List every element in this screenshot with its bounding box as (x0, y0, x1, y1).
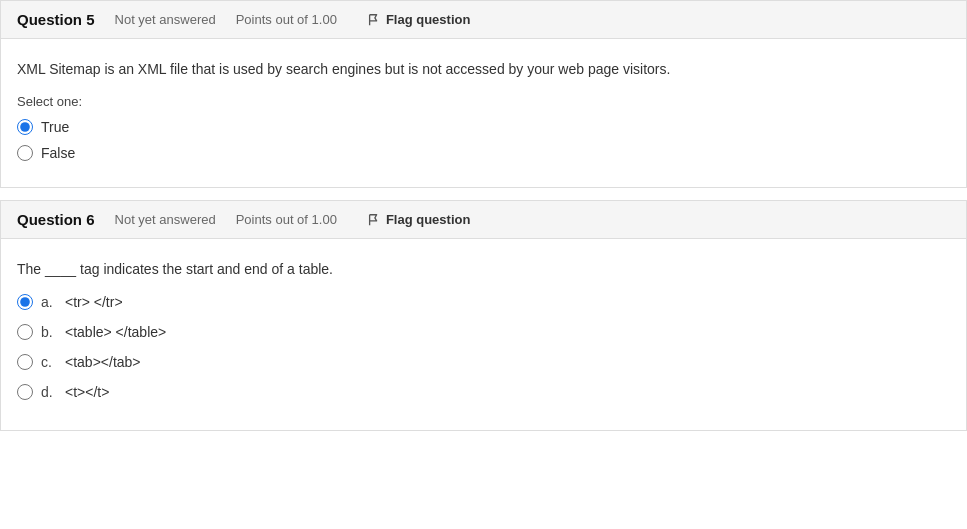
option-b-radio[interactable] (17, 324, 33, 340)
option-false-radio[interactable] (17, 145, 33, 161)
flag-question-5-button[interactable]: Flag question (367, 12, 471, 27)
option-a-label[interactable]: a. <tr> </tr> (17, 294, 123, 310)
question-6-title: Question 6 (17, 211, 95, 228)
list-item: a. <tr> </tr> (17, 294, 950, 310)
question-6-points: Points out of 1.00 (236, 212, 337, 227)
option-true-radio[interactable] (17, 119, 33, 135)
list-item: False (17, 145, 950, 161)
question-5-block: Question 5 Not yet answered Points out o… (0, 0, 967, 188)
question-5-header: Question 5 Not yet answered Points out o… (0, 0, 967, 39)
option-c-label[interactable]: c. <tab></tab> (17, 354, 141, 370)
flag-question-5-label: Flag question (386, 12, 471, 27)
list-item: b. <table> </table> (17, 324, 950, 340)
list-item: c. <tab></tab> (17, 354, 950, 370)
question-6-body: The ____ tag indicates the start and end… (0, 239, 967, 431)
option-a-radio[interactable] (17, 294, 33, 310)
option-c-text: <tab></tab> (65, 354, 141, 370)
question-5-select-label: Select one: (17, 94, 950, 109)
question-5-title: Question 5 (17, 11, 95, 28)
question-6-header: Question 6 Not yet answered Points out o… (0, 200, 967, 239)
option-b-label[interactable]: b. <table> </table> (17, 324, 166, 340)
option-b-text: <table> </table> (65, 324, 166, 340)
option-true-text: True (41, 119, 69, 135)
question-5-body: XML Sitemap is an XML file that is used … (0, 39, 967, 188)
flag-icon-q6 (367, 213, 381, 227)
question-5-options: True False (17, 119, 950, 161)
spacer (0, 188, 967, 200)
list-item: True (17, 119, 950, 135)
question-5-text: XML Sitemap is an XML file that is used … (17, 59, 950, 80)
list-item: d. <t></t> (17, 384, 950, 400)
option-d-radio[interactable] (17, 384, 33, 400)
option-d-text: <t></t> (65, 384, 109, 400)
option-a-letter: a. (41, 294, 57, 310)
question-5-status: Not yet answered (115, 12, 216, 27)
question-6-text: The ____ tag indicates the start and end… (17, 259, 950, 280)
flag-question-6-label: Flag question (386, 212, 471, 227)
question-5-points: Points out of 1.00 (236, 12, 337, 27)
option-c-radio[interactable] (17, 354, 33, 370)
question-6-block: Question 6 Not yet answered Points out o… (0, 200, 967, 431)
option-false-label[interactable]: False (17, 145, 75, 161)
flag-icon-q5 (367, 13, 381, 27)
option-b-letter: b. (41, 324, 57, 340)
question-6-status: Not yet answered (115, 212, 216, 227)
flag-question-6-button[interactable]: Flag question (367, 212, 471, 227)
question-6-options: a. <tr> </tr> b. <table> </table> c. <ta… (17, 294, 950, 400)
option-false-text: False (41, 145, 75, 161)
option-d-letter: d. (41, 384, 57, 400)
option-a-text: <tr> </tr> (65, 294, 123, 310)
option-d-label[interactable]: d. <t></t> (17, 384, 109, 400)
option-c-letter: c. (41, 354, 57, 370)
option-true-label[interactable]: True (17, 119, 69, 135)
